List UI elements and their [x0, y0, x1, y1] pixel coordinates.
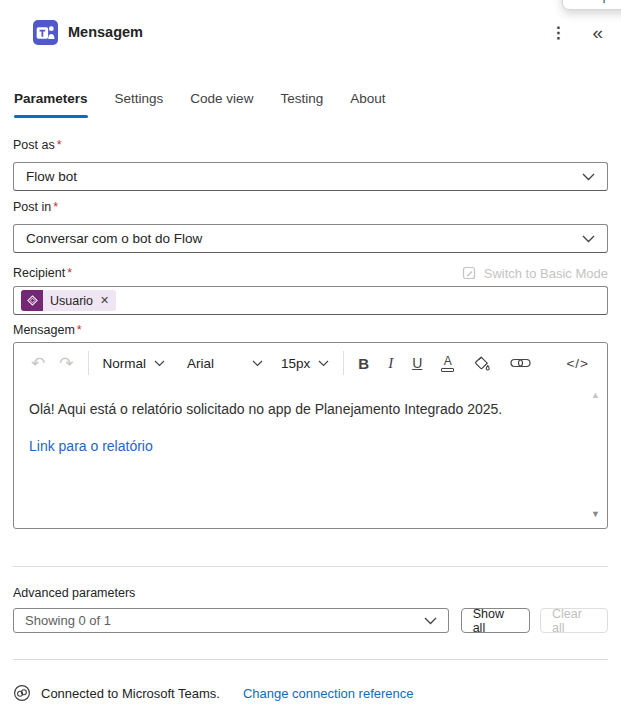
tab-settings[interactable]: Settings: [115, 91, 164, 118]
dynamic-content-icon: [21, 290, 43, 311]
undo-icon[interactable]: ↶: [31, 355, 45, 372]
underline-icon[interactable]: U: [412, 355, 422, 371]
paragraph-style-value: Normal: [103, 356, 147, 371]
recipient-label-text: Recipient: [13, 266, 65, 280]
advanced-parameters-label: Advanced parameters: [13, 586, 608, 600]
collapse-tooltip: Collapse: [562, 0, 621, 10]
tab-about-label: About: [350, 91, 385, 106]
message-paragraph: Olá! Aqui está o relatório solicitado no…: [29, 400, 577, 420]
recipient-label: Recipient*: [13, 266, 72, 280]
font-family-value: Arial: [187, 356, 214, 371]
tab-code-view[interactable]: Code view: [190, 91, 253, 118]
connection-footer: Connected to Microsoft Teams. Change con…: [13, 684, 608, 702]
message-label-text: Mensagem: [13, 323, 75, 337]
font-size-value: 15px: [281, 356, 310, 371]
more-menu-icon[interactable]: ⋮: [544, 21, 572, 44]
post-as-dropdown[interactable]: Flow bot: [13, 162, 608, 191]
tab-code-view-label: Code view: [190, 91, 253, 106]
insert-link-icon[interactable]: [510, 357, 531, 369]
post-in-label-text: Post in: [13, 200, 51, 214]
tab-parameters[interactable]: Parameters: [14, 91, 88, 118]
font-color-letter: A: [444, 355, 452, 367]
panel-header: Mensagem ⋮ «: [0, 0, 621, 46]
show-all-button[interactable]: Show all: [461, 608, 530, 633]
advanced-parameters-row: Showing 0 of 1 Show all Clear all: [13, 608, 608, 633]
message-label: Mensagem*: [13, 323, 608, 337]
paragraph-style-dropdown[interactable]: Normal: [103, 356, 166, 371]
switch-to-basic-mode-button[interactable]: Switch to Basic Mode: [461, 265, 608, 281]
edit-mode-icon: [461, 265, 477, 281]
chevron-down-icon: [424, 617, 437, 625]
chevron-down-icon: [318, 360, 329, 367]
required-asterisk: *: [67, 266, 72, 280]
code-view-icon[interactable]: </>: [566, 356, 589, 371]
switch-mode-label: Switch to Basic Mode: [484, 266, 608, 281]
tab-testing[interactable]: Testing: [280, 91, 323, 118]
toolbar-divider: [88, 351, 89, 375]
toolbar-divider: [343, 351, 344, 375]
recipient-input[interactable]: Usuario ✕: [13, 286, 608, 315]
tab-about[interactable]: About: [350, 91, 385, 118]
action-panel: Collapse Mensagem ⋮ « Parameters Setting…: [0, 0, 621, 723]
section-divider: [13, 566, 608, 567]
redo-icon[interactable]: ↷: [59, 355, 73, 372]
chevron-down-icon: [252, 360, 263, 367]
clear-all-label: Clear all: [552, 607, 596, 635]
teams-logo-icon: [33, 20, 58, 45]
post-as-label: Post as*: [13, 138, 608, 152]
tab-testing-label: Testing: [280, 91, 323, 106]
post-in-value: Conversar com o bot do Flow: [26, 231, 202, 246]
scroll-up-icon[interactable]: ▲: [591, 390, 600, 400]
required-asterisk: *: [53, 200, 58, 214]
font-family-dropdown[interactable]: Arial: [187, 356, 263, 371]
format-buttons: B I U A: [358, 355, 531, 372]
connection-icon: [13, 684, 31, 702]
advanced-parameters-dropdown[interactable]: Showing 0 of 1: [13, 608, 449, 633]
highlight-color-icon[interactable]: [473, 355, 491, 372]
post-as-label-text: Post as: [13, 138, 55, 152]
advanced-summary: Showing 0 of 1: [25, 613, 111, 628]
bold-icon[interactable]: B: [358, 355, 369, 372]
recipient-token-label: Usuario: [43, 294, 100, 308]
chevron-down-icon: [154, 360, 165, 367]
active-tab-indicator: [14, 115, 88, 118]
tab-bar: Parameters Settings Code view Testing Ab…: [14, 91, 608, 118]
font-color-bar: [441, 368, 454, 372]
parameters-form: Post as* Flow bot Post in* Conversar com…: [0, 138, 621, 702]
remove-token-icon[interactable]: ✕: [100, 294, 116, 307]
teams-app-icon: [33, 20, 58, 45]
post-in-label: Post in*: [13, 200, 608, 214]
collapse-tooltip-label: Collapse: [575, 0, 621, 3]
post-in-dropdown[interactable]: Conversar com o bot do Flow: [13, 224, 608, 253]
font-size-dropdown[interactable]: 15px: [281, 356, 329, 371]
italic-icon[interactable]: I: [388, 355, 393, 372]
message-content[interactable]: Olá! Aqui está o relatório solicitado no…: [14, 383, 607, 456]
clear-all-button[interactable]: Clear all: [540, 608, 608, 633]
change-connection-link[interactable]: Change connection reference: [243, 686, 414, 701]
scroll-down-icon[interactable]: ▼: [591, 509, 600, 519]
chevron-down-icon: [582, 173, 595, 181]
post-as-value: Flow bot: [26, 169, 77, 184]
rich-text-editor[interactable]: ↶ ↷ Normal Arial 15px B: [13, 342, 608, 529]
tab-parameters-label: Parameters: [14, 91, 88, 106]
action-title: Mensagem: [68, 24, 143, 40]
show-all-label: Show all: [473, 607, 518, 635]
message-link[interactable]: Link para o relatório: [29, 437, 577, 457]
chevron-down-icon: [582, 235, 595, 243]
font-color-icon[interactable]: A: [441, 355, 454, 372]
footer-divider: [13, 659, 608, 660]
rich-text-toolbar: ↶ ↷ Normal Arial 15px B: [14, 343, 607, 383]
required-asterisk: *: [77, 323, 82, 337]
collapse-panel-icon[interactable]: «: [588, 23, 607, 42]
required-asterisk: *: [57, 138, 62, 152]
recipient-token[interactable]: Usuario ✕: [21, 290, 116, 311]
recipient-label-row: Recipient* Switch to Basic Mode: [13, 265, 608, 281]
connection-status: Connected to Microsoft Teams.: [41, 686, 220, 701]
tab-settings-label: Settings: [115, 91, 164, 106]
